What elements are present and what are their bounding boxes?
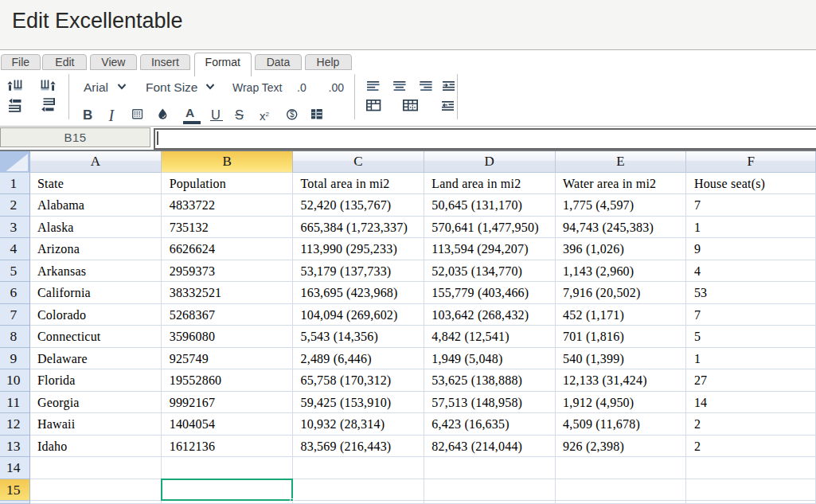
svg-text:$: $ [289,110,294,119]
